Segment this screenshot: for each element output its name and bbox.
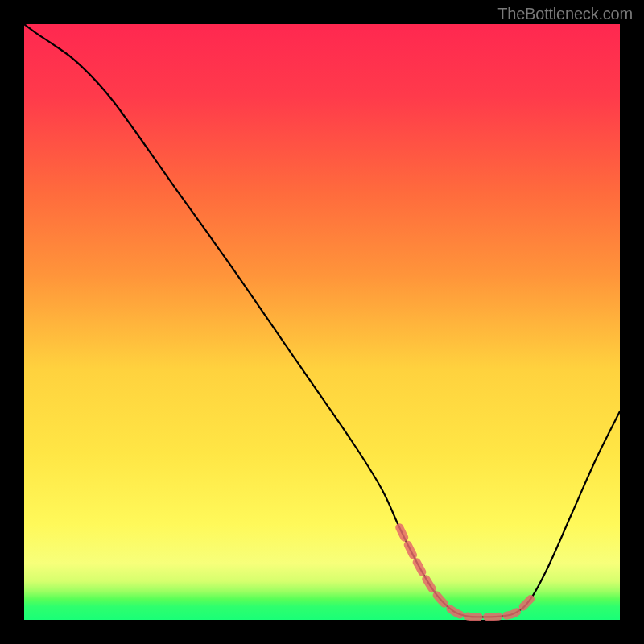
chart-gradient-bg [24, 24, 620, 620]
chart-stage: TheBottleneck.com [0, 0, 644, 644]
chart-canvas [0, 0, 644, 644]
watermark-label: TheBottleneck.com [497, 5, 633, 23]
